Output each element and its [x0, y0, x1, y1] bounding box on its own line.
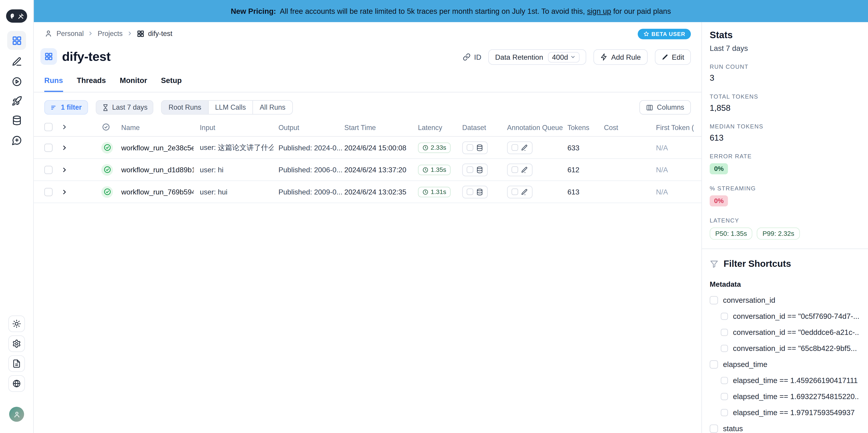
- main-content: Personal Projects dify-test BETA USER di…: [34, 22, 701, 433]
- tab-monitor[interactable]: Monitor: [120, 76, 147, 92]
- add-to-annotation-queue-button[interactable]: [507, 141, 533, 154]
- filter-item-checkbox[interactable]: [721, 313, 728, 320]
- sidebar-item-deployments[interactable]: [7, 91, 26, 110]
- beta-user-label: BETA USER: [652, 31, 685, 37]
- filter-item-label: conversation_id == "0c5f7690-74d7-...: [733, 312, 859, 321]
- filter-item-checkbox[interactable]: [721, 393, 728, 400]
- filter-group-checkbox[interactable]: [710, 425, 718, 433]
- filter-count-button[interactable]: 1 filter: [44, 100, 88, 115]
- sidebar-item-annotation[interactable]: [7, 52, 26, 71]
- sign-up-link[interactable]: sign up: [587, 7, 611, 16]
- tab-runs[interactable]: Runs: [44, 76, 63, 92]
- user-avatar[interactable]: [9, 407, 24, 422]
- check-circle-icon: [102, 123, 110, 131]
- filter-item-checkbox[interactable]: [721, 345, 728, 352]
- data-retention-button[interactable]: Data Retention 400d: [489, 49, 586, 65]
- filter-shortcuts-header: Filter Shortcuts: [710, 258, 859, 269]
- table-row[interactable]: workflow_run_2e38c5e8 user: 这篇论文讲了什么... …: [34, 137, 701, 159]
- docs-button[interactable]: [8, 355, 25, 372]
- column-header-output[interactable]: Output: [278, 124, 299, 132]
- filter-group-status: status: [710, 425, 859, 433]
- row-expand-chevron[interactable]: [61, 166, 68, 173]
- annotation-checkbox[interactable]: [512, 144, 518, 151]
- add-to-annotation-queue-button[interactable]: [507, 163, 533, 176]
- column-header-name[interactable]: Name: [121, 124, 140, 132]
- grid-icon: [11, 35, 22, 46]
- row-checkbox[interactable]: [44, 165, 53, 174]
- dataset-checkbox[interactable]: [467, 188, 473, 195]
- web-button[interactable]: [8, 375, 25, 392]
- run-type-segmented-control: Root Runs LLM Calls All Runs: [161, 100, 293, 115]
- add-to-dataset-button[interactable]: [462, 163, 488, 176]
- filter-item-checkbox[interactable]: [721, 377, 728, 384]
- filter-item-label: elapsed_time == 1.97917593549937: [733, 408, 855, 417]
- column-header-start-time[interactable]: Start Time: [344, 124, 376, 132]
- add-to-dataset-button[interactable]: [462, 185, 488, 198]
- beta-user-badge[interactable]: BETA USER: [638, 29, 691, 39]
- chevron-down-icon: [570, 54, 576, 60]
- tab-threads[interactable]: Threads: [77, 76, 106, 92]
- error-rate-badge: 0%: [710, 163, 728, 174]
- segment-all-runs[interactable]: All Runs: [253, 101, 292, 114]
- chevron-right-icon: [61, 166, 68, 173]
- column-header-dataset[interactable]: Dataset: [462, 124, 486, 132]
- langsmith-logo[interactable]: [6, 9, 27, 23]
- sidebar-item-playground[interactable]: [7, 72, 26, 91]
- settings-button[interactable]: [8, 335, 25, 352]
- sidebar-item-datasets[interactable]: [7, 111, 26, 129]
- filter-item-checkbox[interactable]: [721, 409, 728, 416]
- edit-button[interactable]: Edit: [655, 49, 691, 65]
- banner-close-button[interactable]: [849, 6, 859, 16]
- filter-item-label: conversation_id == "0edddce6-a21c-...: [733, 328, 859, 336]
- theme-toggle-button[interactable]: [8, 315, 25, 332]
- run-output: Published: 2024-0...: [278, 143, 352, 152]
- sidebar-item-feedback[interactable]: [7, 131, 26, 150]
- column-header-tokens[interactable]: Tokens: [567, 124, 589, 132]
- column-header-annotation-queue[interactable]: Annotation Queue: [507, 124, 563, 132]
- segment-root-runs[interactable]: Root Runs: [162, 101, 209, 114]
- select-all-checkbox[interactable]: [44, 123, 53, 131]
- filter-lines-icon: [51, 104, 58, 111]
- column-header-input[interactable]: Input: [200, 124, 215, 132]
- filter-group-checkbox[interactable]: [710, 360, 718, 369]
- row-checkbox[interactable]: [44, 143, 53, 152]
- tab-bar: Runs Threads Monitor Setup: [44, 76, 182, 92]
- column-header-cost[interactable]: Cost: [604, 124, 618, 132]
- stats-title: Stats: [710, 30, 859, 41]
- expand-all-chevron[interactable]: [61, 123, 68, 131]
- filter-item-checkbox[interactable]: [721, 329, 728, 336]
- columns-button[interactable]: Columns: [639, 100, 691, 115]
- column-header-latency[interactable]: Latency: [418, 124, 442, 132]
- filter-shortcut-item: elapsed_time == 1.97917593549937: [721, 408, 859, 417]
- add-rule-button[interactable]: Add Rule: [593, 49, 648, 65]
- annotation-checkbox[interactable]: [512, 188, 518, 195]
- copy-id-button[interactable]: ID: [463, 53, 481, 61]
- add-to-annotation-queue-button[interactable]: [507, 185, 533, 198]
- run-latency-badge: 1.35s: [418, 164, 451, 175]
- add-to-dataset-button[interactable]: [462, 141, 488, 154]
- lightning-icon: [600, 53, 608, 61]
- data-retention-label: Data Retention: [495, 53, 543, 61]
- row-checkbox[interactable]: [44, 188, 53, 196]
- breadcrumb-personal[interactable]: Personal: [57, 30, 84, 37]
- run-start-time: 2024/6/24 15:00:08: [344, 143, 406, 152]
- dataset-checkbox[interactable]: [467, 166, 473, 173]
- table-row[interactable]: workflow_run_769b5949 user: hui Publishe…: [34, 181, 701, 203]
- annotation-checkbox[interactable]: [512, 166, 518, 173]
- breadcrumb-projects[interactable]: Projects: [98, 30, 123, 37]
- time-range-button[interactable]: Last 7 days: [95, 100, 154, 115]
- filter-group-checkbox[interactable]: [710, 296, 718, 305]
- segment-llm-calls[interactable]: LLM Calls: [209, 101, 253, 114]
- data-retention-dropdown[interactable]: 400d: [548, 52, 580, 62]
- row-expand-chevron[interactable]: [61, 144, 68, 151]
- dataset-checkbox[interactable]: [467, 144, 473, 151]
- database-icon: [476, 166, 483, 173]
- filter-item-label: elapsed_time == 1.459266190417111: [733, 376, 858, 384]
- table-row[interactable]: workflow_run_d1d89b1e user: hi Published…: [34, 159, 701, 181]
- clock-icon: [423, 167, 429, 173]
- column-header-first-token[interactable]: First Token (: [656, 124, 694, 132]
- sun-icon: [12, 319, 21, 328]
- sidebar-item-projects[interactable]: [7, 31, 26, 50]
- row-expand-chevron[interactable]: [61, 188, 68, 195]
- tab-setup[interactable]: Setup: [161, 76, 182, 92]
